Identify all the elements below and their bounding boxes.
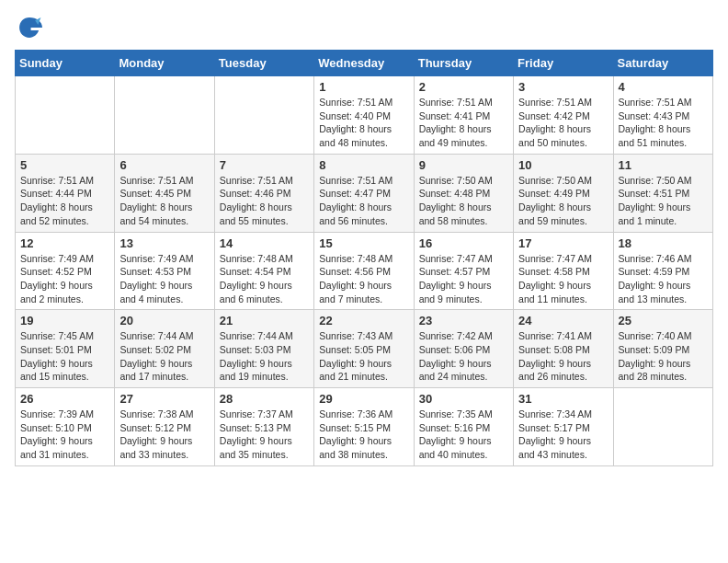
calendar-cell: 3Sunrise: 7:51 AM Sunset: 4:42 PM Daylig… (514, 76, 613, 155)
day-number: 7 (220, 158, 309, 172)
page-header (15, 15, 713, 40)
day-info: Sunrise: 7:40 AM Sunset: 5:09 PM Dayligh… (619, 329, 708, 384)
calendar-cell: 5Sunrise: 7:51 AM Sunset: 4:44 PM Daylig… (16, 154, 115, 232)
column-header-friday: Friday (514, 51, 613, 76)
calendar-week-row: 19Sunrise: 7:45 AM Sunset: 5:01 PM Dayli… (16, 310, 713, 388)
day-number: 28 (220, 392, 309, 406)
day-info: Sunrise: 7:50 AM Sunset: 4:51 PM Dayligh… (619, 174, 708, 228)
day-number: 19 (20, 314, 109, 327)
day-number: 4 (619, 80, 708, 94)
logo (15, 15, 42, 40)
column-header-saturday: Saturday (613, 51, 712, 76)
day-number: 29 (319, 392, 408, 406)
day-info: Sunrise: 7:43 AM Sunset: 5:05 PM Dayligh… (319, 329, 408, 384)
day-info: Sunrise: 7:49 AM Sunset: 4:53 PM Dayligh… (119, 252, 209, 306)
day-number: 30 (419, 392, 508, 406)
day-number: 21 (220, 314, 309, 327)
calendar-cell: 19Sunrise: 7:45 AM Sunset: 5:01 PM Dayli… (16, 310, 115, 388)
day-info: Sunrise: 7:35 AM Sunset: 5:16 PM Dayligh… (419, 408, 508, 462)
calendar-cell: 15Sunrise: 7:48 AM Sunset: 4:56 PM Dayli… (314, 232, 414, 310)
day-number: 6 (119, 158, 209, 172)
column-header-monday: Monday (115, 51, 214, 76)
calendar-cell: 27Sunrise: 7:38 AM Sunset: 5:12 PM Dayli… (115, 388, 214, 466)
day-info: Sunrise: 7:51 AM Sunset: 4:42 PM Dayligh… (518, 96, 608, 150)
day-number: 20 (119, 314, 209, 327)
calendar-cell: 11Sunrise: 7:50 AM Sunset: 4:51 PM Dayli… (613, 154, 712, 232)
day-info: Sunrise: 7:51 AM Sunset: 4:46 PM Dayligh… (220, 174, 309, 228)
day-info: Sunrise: 7:51 AM Sunset: 4:47 PM Dayligh… (319, 174, 408, 228)
column-header-thursday: Thursday (414, 51, 513, 76)
calendar-cell: 17Sunrise: 7:47 AM Sunset: 4:58 PM Dayli… (514, 232, 613, 310)
calendar-cell (16, 76, 115, 155)
day-info: Sunrise: 7:49 AM Sunset: 4:52 PM Dayligh… (20, 252, 109, 306)
calendar-cell: 22Sunrise: 7:43 AM Sunset: 5:05 PM Dayli… (314, 310, 414, 388)
day-number: 5 (20, 158, 109, 172)
day-number: 16 (419, 236, 508, 250)
calendar-cell: 23Sunrise: 7:42 AM Sunset: 5:06 PM Dayli… (414, 310, 513, 388)
day-number: 9 (419, 158, 508, 172)
day-number: 23 (419, 314, 508, 327)
day-info: Sunrise: 7:50 AM Sunset: 4:49 PM Dayligh… (518, 174, 608, 228)
day-info: Sunrise: 7:51 AM Sunset: 4:41 PM Dayligh… (419, 96, 508, 150)
calendar-cell: 24Sunrise: 7:41 AM Sunset: 5:08 PM Dayli… (514, 310, 613, 388)
day-info: Sunrise: 7:51 AM Sunset: 4:40 PM Dayligh… (319, 96, 408, 150)
calendar-cell (613, 388, 712, 466)
day-number: 26 (20, 392, 109, 406)
day-number: 1 (319, 80, 408, 94)
calendar-cell: 25Sunrise: 7:40 AM Sunset: 5:09 PM Dayli… (613, 310, 712, 388)
calendar-cell: 8Sunrise: 7:51 AM Sunset: 4:47 PM Daylig… (314, 154, 414, 232)
day-info: Sunrise: 7:39 AM Sunset: 5:10 PM Dayligh… (20, 408, 109, 462)
day-info: Sunrise: 7:51 AM Sunset: 4:44 PM Dayligh… (20, 174, 109, 228)
day-info: Sunrise: 7:41 AM Sunset: 5:08 PM Dayligh… (518, 329, 608, 384)
calendar-cell: 28Sunrise: 7:37 AM Sunset: 5:13 PM Dayli… (214, 388, 313, 466)
day-number: 10 (518, 158, 608, 172)
calendar-cell: 26Sunrise: 7:39 AM Sunset: 5:10 PM Dayli… (16, 388, 115, 466)
day-number: 15 (319, 236, 408, 250)
calendar-week-row: 26Sunrise: 7:39 AM Sunset: 5:10 PM Dayli… (16, 388, 713, 466)
calendar-cell (115, 76, 214, 155)
day-number: 31 (518, 392, 608, 406)
day-number: 17 (518, 236, 608, 250)
day-info: Sunrise: 7:45 AM Sunset: 5:01 PM Dayligh… (20, 329, 109, 384)
calendar-cell: 18Sunrise: 7:46 AM Sunset: 4:59 PM Dayli… (613, 232, 712, 310)
day-info: Sunrise: 7:44 AM Sunset: 5:03 PM Dayligh… (220, 329, 309, 384)
day-info: Sunrise: 7:48 AM Sunset: 4:56 PM Dayligh… (319, 252, 408, 306)
column-header-tuesday: Tuesday (214, 51, 313, 76)
day-info: Sunrise: 7:51 AM Sunset: 4:45 PM Dayligh… (119, 174, 209, 228)
calendar-cell: 1Sunrise: 7:51 AM Sunset: 4:40 PM Daylig… (314, 76, 414, 155)
calendar-cell: 9Sunrise: 7:50 AM Sunset: 4:48 PM Daylig… (414, 154, 513, 232)
day-number: 18 (619, 236, 708, 250)
calendar-cell: 12Sunrise: 7:49 AM Sunset: 4:52 PM Dayli… (16, 232, 115, 310)
logo-icon (17, 15, 42, 40)
calendar-week-row: 5Sunrise: 7:51 AM Sunset: 4:44 PM Daylig… (16, 154, 713, 232)
column-header-sunday: Sunday (16, 51, 115, 76)
calendar-cell: 30Sunrise: 7:35 AM Sunset: 5:16 PM Dayli… (414, 388, 513, 466)
day-number: 22 (319, 314, 408, 327)
day-info: Sunrise: 7:48 AM Sunset: 4:54 PM Dayligh… (220, 252, 309, 306)
day-number: 12 (20, 236, 109, 250)
day-info: Sunrise: 7:47 AM Sunset: 4:57 PM Dayligh… (419, 252, 508, 306)
calendar-cell: 31Sunrise: 7:34 AM Sunset: 5:17 PM Dayli… (514, 388, 613, 466)
day-info: Sunrise: 7:34 AM Sunset: 5:17 PM Dayligh… (518, 408, 608, 462)
day-info: Sunrise: 7:50 AM Sunset: 4:48 PM Dayligh… (419, 174, 508, 228)
day-number: 11 (619, 158, 708, 172)
calendar-cell: 10Sunrise: 7:50 AM Sunset: 4:49 PM Dayli… (514, 154, 613, 232)
day-info: Sunrise: 7:47 AM Sunset: 4:58 PM Dayligh… (518, 252, 608, 306)
day-number: 2 (419, 80, 508, 94)
day-info: Sunrise: 7:38 AM Sunset: 5:12 PM Dayligh… (119, 408, 209, 462)
day-number: 14 (220, 236, 309, 250)
column-header-wednesday: Wednesday (314, 51, 414, 76)
day-info: Sunrise: 7:37 AM Sunset: 5:13 PM Dayligh… (220, 408, 309, 462)
calendar-cell: 29Sunrise: 7:36 AM Sunset: 5:15 PM Dayli… (314, 388, 414, 466)
calendar-cell: 16Sunrise: 7:47 AM Sunset: 4:57 PM Dayli… (414, 232, 513, 310)
day-number: 8 (319, 158, 408, 172)
day-number: 27 (119, 392, 209, 406)
calendar-header-row: SundayMondayTuesdayWednesdayThursdayFrid… (16, 51, 713, 76)
calendar-table: SundayMondayTuesdayWednesdayThursdayFrid… (15, 50, 713, 466)
calendar-cell (214, 76, 313, 155)
calendar-cell: 4Sunrise: 7:51 AM Sunset: 4:43 PM Daylig… (613, 76, 712, 155)
calendar-week-row: 12Sunrise: 7:49 AM Sunset: 4:52 PM Dayli… (16, 232, 713, 310)
calendar-cell: 20Sunrise: 7:44 AM Sunset: 5:02 PM Dayli… (115, 310, 214, 388)
calendar-cell: 6Sunrise: 7:51 AM Sunset: 4:45 PM Daylig… (115, 154, 214, 232)
calendar-cell: 13Sunrise: 7:49 AM Sunset: 4:53 PM Dayli… (115, 232, 214, 310)
